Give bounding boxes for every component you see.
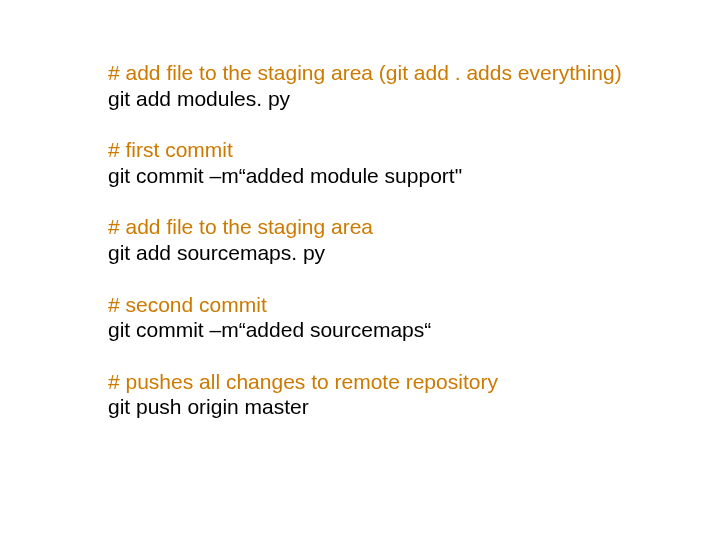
comment-line: # add file to the staging area (108, 214, 720, 240)
comment-line: # add file to the staging area (git add … (108, 60, 720, 86)
code-block: # add file to the staging area git add s… (108, 214, 720, 265)
code-block: # pushes all changes to remote repositor… (108, 369, 720, 420)
comment-line: # first commit (108, 137, 720, 163)
command-line: git commit –m“added module support" (108, 163, 720, 189)
comment-line: # second commit (108, 292, 720, 318)
comment-line: # pushes all changes to remote repositor… (108, 369, 720, 395)
slide-content: # add file to the staging area (git add … (0, 0, 720, 420)
code-block: # add file to the staging area (git add … (108, 60, 720, 111)
command-line: git push origin master (108, 394, 720, 420)
command-line: git add modules. py (108, 86, 720, 112)
code-block: # first commit git commit –m“added modul… (108, 137, 720, 188)
code-block: # second commit git commit –m“added sour… (108, 292, 720, 343)
command-line: git commit –m“added sourcemaps“ (108, 317, 720, 343)
command-line: git add sourcemaps. py (108, 240, 720, 266)
